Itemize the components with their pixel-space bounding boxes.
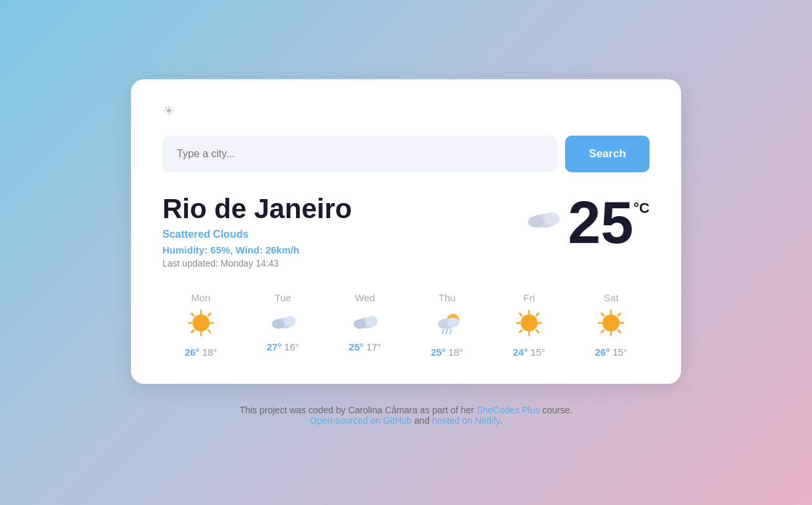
footer-text-before: This project was coded by Carolina Câmar…	[240, 405, 477, 415]
forecast-row: Mon 26° 18° Tue 27° 16°	[162, 292, 650, 358]
wind-value: 26km/h	[265, 244, 299, 255]
footer: This project was coded by Carolina Câmar…	[240, 405, 572, 426]
forecast-day-label: Fri	[523, 292, 535, 303]
forecast-day-label: Tue	[274, 292, 291, 303]
forecast-day-label: Sat	[604, 292, 619, 303]
footer-text-middle: course.	[540, 405, 572, 415]
footer-line1: This project was coded by Carolina Câmar…	[240, 405, 572, 415]
svg-line-30	[536, 330, 539, 333]
forecast-temps: 26° 18°	[185, 346, 217, 358]
svg-point-13	[284, 316, 296, 326]
shecodes-link[interactable]: SheCodes Plus	[477, 405, 540, 415]
svg-line-22	[446, 329, 447, 333]
weather-card: ☀ Search Rio de Janeiro Scattered Clouds…	[131, 79, 681, 384]
forecast-day-label: Wed	[355, 292, 375, 303]
humidity-label: Humidity:	[162, 244, 208, 255]
svg-line-31	[536, 314, 539, 316]
forecast-high: 26°	[595, 346, 610, 358]
svg-point-3	[193, 314, 210, 331]
search-input[interactable]	[162, 136, 557, 172]
svg-point-33	[602, 314, 619, 331]
svg-point-14	[272, 320, 284, 329]
forecast-high: 27°	[267, 341, 282, 352]
forecast-low: 18°	[449, 346, 464, 358]
forecast-temps: 25° 18°	[431, 346, 464, 358]
forecast-day: Thu 25° 18°	[409, 292, 485, 358]
forecast-day: Mon 26° 18°	[162, 292, 239, 358]
forecast-temps: 25° 17°	[349, 341, 382, 352]
svg-line-39	[618, 330, 621, 333]
city-info: Rio de Janeiro Scattered Clouds Humidity…	[162, 193, 352, 269]
forecast-low: 17°	[366, 341, 381, 352]
forecast-high: 26°	[185, 346, 200, 358]
search-row: Search	[162, 136, 650, 172]
forecast-day-label: Mon	[191, 292, 210, 303]
forecast-icon-tue	[268, 309, 297, 336]
main-weather-section: Rio de Janeiro Scattered Clouds Humidity…	[162, 193, 650, 269]
forecast-icon-wed	[350, 309, 379, 336]
svg-line-9	[208, 330, 211, 333]
temperature-number: 25	[568, 193, 633, 252]
svg-line-29	[519, 314, 522, 316]
forecast-day: Wed 25° 17°	[327, 292, 403, 358]
forecast-icon-thu	[433, 309, 462, 341]
humidity-line: Humidity: 65%, Wind: 26km/h	[162, 244, 352, 255]
svg-line-23	[450, 329, 451, 333]
netlify-link[interactable]: hosted on Netlify	[432, 415, 500, 426]
search-button[interactable]: Search	[565, 136, 650, 172]
svg-point-2	[528, 216, 544, 228]
forecast-day-label: Thu	[439, 292, 456, 303]
forecast-day: Tue 27° 16°	[244, 292, 321, 358]
forecast-icon-sat	[597, 309, 625, 341]
forecast-high: 25°	[349, 341, 364, 352]
forecast-icon-fri	[515, 309, 544, 341]
svg-line-38	[602, 314, 604, 316]
svg-line-10	[208, 314, 211, 316]
wind-label: Wind:	[236, 244, 263, 255]
temperature-unit: °C	[633, 200, 650, 217]
temp-value-group: 25 °C	[568, 193, 650, 252]
forecast-high: 25°	[431, 346, 446, 358]
svg-line-8	[191, 314, 194, 316]
svg-point-1	[544, 212, 560, 225]
theme-toggle-button[interactable]: ☀	[162, 103, 175, 119]
forecast-day: Sat 26° 15°	[573, 292, 650, 358]
svg-line-40	[618, 314, 621, 316]
svg-point-24	[521, 314, 538, 331]
forecast-low: 16°	[284, 341, 299, 352]
footer-line2: Open-sourced on GitHub and hosted on Net…	[240, 415, 572, 426]
forecast-temps: 24° 15°	[513, 346, 545, 358]
svg-line-32	[519, 330, 522, 333]
svg-line-21	[442, 329, 443, 333]
svg-line-41	[602, 330, 604, 333]
footer-text-end: .	[500, 415, 502, 426]
svg-line-11	[191, 330, 194, 333]
forecast-temps: 26° 15°	[595, 346, 628, 358]
forecast-low: 18°	[202, 346, 217, 358]
svg-point-20	[447, 318, 459, 327]
theme-toggle-area: ☀	[162, 103, 650, 120]
forecast-low: 15°	[530, 346, 545, 358]
last-updated: Last updated: Monday 14:43	[162, 258, 352, 269]
footer-text-and: and	[412, 415, 432, 426]
svg-point-17	[354, 320, 366, 329]
forecast-high: 24°	[513, 346, 528, 358]
github-link[interactable]: Open-sourced on GitHub	[310, 415, 412, 426]
current-weather-icon	[523, 204, 563, 230]
condition-label: Scattered Clouds	[162, 229, 352, 240]
forecast-icon-mon	[187, 309, 215, 341]
forecast-day: Fri 24° 15°	[490, 292, 567, 358]
city-name: Rio de Janeiro	[162, 193, 352, 225]
svg-point-16	[365, 316, 378, 326]
humidity-value: 65%	[210, 244, 230, 255]
temperature-display: 25 °C	[523, 193, 650, 252]
forecast-temps: 27° 16°	[267, 341, 299, 352]
forecast-low: 15°	[612, 346, 627, 358]
